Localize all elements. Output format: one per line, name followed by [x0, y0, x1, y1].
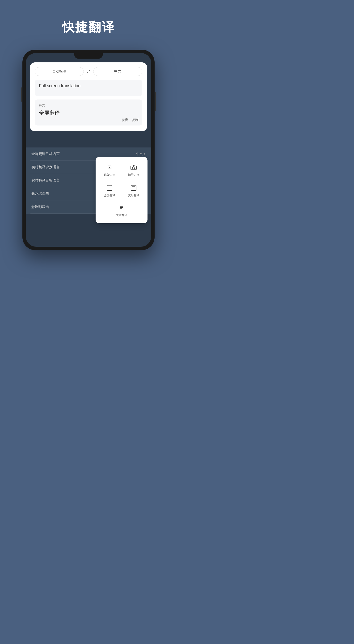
fullscreen-icon [105, 184, 114, 192]
phone-mockup: 自动检测 ⇌ 中文 Full screen translation 译文 全屏翻… [22, 50, 155, 250]
page-title: 快捷翻译 [62, 19, 115, 36]
svg-rect-2 [133, 165, 135, 166]
phone-screen: 自动检测 ⇌ 中文 Full screen translation 译文 全屏翻… [26, 53, 151, 247]
phone-notch [74, 53, 103, 58]
text-translate-label: 文本翻译 [116, 213, 127, 217]
svg-rect-3 [107, 185, 112, 190]
pronounce-button[interactable]: 发音 [122, 118, 128, 122]
camera-label: 拍照识别 [128, 173, 139, 177]
text-translate-icon [117, 203, 126, 212]
phone-side-btn-right [155, 92, 156, 111]
quick-item-text[interactable]: 文本翻译 [114, 201, 129, 220]
output-text: 全屏翻译 [39, 110, 138, 116]
input-area[interactable]: Full screen translation [35, 80, 142, 96]
quick-item-screenshot[interactable]: ⊡ 截取识别 [98, 161, 121, 179]
svg-point-1 [132, 166, 135, 169]
output-label: 译文 [39, 103, 138, 108]
swap-languages-button[interactable]: ⇌ [84, 69, 93, 74]
screenshot-icon: ⊡ [105, 163, 114, 172]
screenshot-label: 截取识别 [104, 173, 115, 177]
phone-outer: 自动检测 ⇌ 中文 Full screen translation 译文 全屏翻… [22, 50, 155, 250]
output-actions: 发音 复制 [122, 118, 139, 122]
source-lang-button[interactable]: 自动检测 [35, 67, 84, 76]
quick-item-realtime[interactable]: 实时翻译 [123, 181, 145, 200]
fullscreen-label: 全屏翻译 [104, 194, 115, 198]
language-row: 自动检测 ⇌ 中文 [35, 67, 142, 76]
output-area: 译文 全屏翻译 发音 复制 [35, 100, 142, 126]
phone-side-btn-left [21, 88, 22, 102]
translation-card: 自动检测 ⇌ 中文 Full screen translation 译文 全屏翻… [30, 62, 147, 131]
quick-popup-grid: ⊡ 截取识别 拍照识别 [98, 161, 145, 200]
quick-action-popup: ⊡ 截取识别 拍照识别 [96, 157, 148, 223]
quick-item-camera[interactable]: 拍照识别 [123, 161, 145, 179]
camera-icon [129, 163, 138, 172]
target-lang-button[interactable]: 中文 [93, 67, 142, 76]
realtime-icon [129, 184, 138, 192]
quick-item-fullscreen[interactable]: 全屏翻译 [98, 181, 121, 200]
input-text: Full screen translation [39, 84, 80, 88]
realtime-label: 实时翻译 [128, 194, 139, 198]
copy-button[interactable]: 复制 [132, 118, 139, 122]
